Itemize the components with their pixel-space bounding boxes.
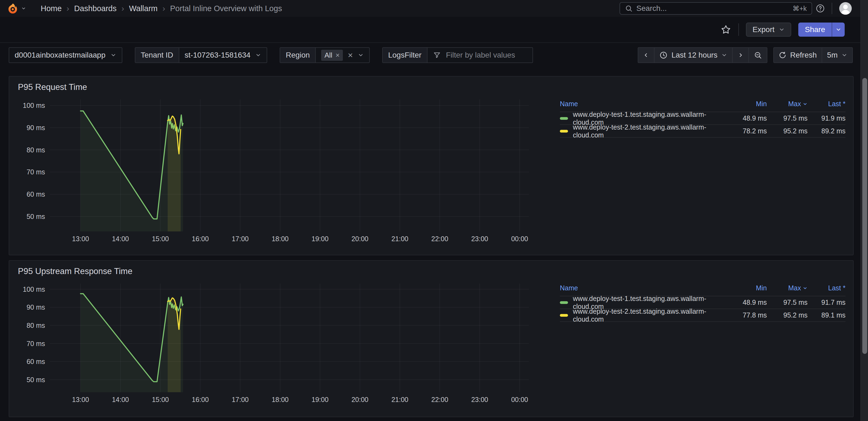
- svg-text:21:00: 21:00: [392, 235, 408, 243]
- dashboard-actions-bar: Export Share: [0, 17, 868, 43]
- legend-row[interactable]: www.deploy-test-2.test.staging.aws.walla…: [560, 125, 845, 138]
- svg-text:16:00: 16:00: [192, 396, 209, 403]
- series-color-swatch[interactable]: [560, 301, 568, 304]
- export-button[interactable]: Export: [746, 23, 791, 37]
- region-chip-all[interactable]: All ×: [321, 50, 343, 61]
- logs-filter-input[interactable]: LogsFilter Filter by label values: [382, 47, 533, 63]
- time-series-chart[interactable]: 50 ms60 ms70 ms80 ms90 ms100 ms13:0014:0…: [14, 95, 533, 248]
- time-series-chart[interactable]: 50 ms60 ms70 ms80 ms90 ms100 ms13:0014:0…: [14, 280, 533, 409]
- series-last-value: 91.7 ms: [807, 299, 845, 306]
- share-menu-button[interactable]: [832, 23, 845, 37]
- help-button[interactable]: [816, 4, 825, 13]
- legend-body: www.deploy-test-1.test.staging.aws.walla…: [560, 112, 845, 138]
- logs-filter-placeholder: Filter by label values: [446, 51, 515, 59]
- series-last-value: 89.2 ms: [807, 127, 845, 135]
- export-label: Export: [752, 25, 774, 34]
- refresh-icon: [779, 51, 786, 59]
- legend-header-min[interactable]: Min: [726, 284, 767, 292]
- svg-text:19:00: 19:00: [312, 396, 329, 403]
- breadcrumb-item[interactable]: Wallarm: [129, 4, 158, 13]
- svg-text:18:00: 18:00: [272, 396, 289, 403]
- series-last-value: 91.9 ms: [807, 114, 845, 122]
- chevron-down-icon: [21, 6, 26, 11]
- panel-title[interactable]: P95 Upstream Response Time: [18, 265, 848, 280]
- refresh-interval-dropdown[interactable]: 5m: [822, 47, 853, 63]
- breadcrumb: Home›Dashboards›Wallarm›Portal Inline Ov…: [41, 4, 282, 13]
- clear-selection-icon[interactable]: ×: [348, 50, 353, 60]
- variable-app-dropdown[interactable]: d0001ainboxatestmailaapp: [9, 47, 122, 63]
- legend-row[interactable]: www.deploy-test-2.test.staging.aws.walla…: [560, 309, 845, 322]
- time-range-label: Last 12 hours: [671, 51, 717, 59]
- grafana-logo-icon: [7, 3, 19, 14]
- svg-text:00:00: 00:00: [511, 396, 528, 403]
- grafana-logo-menu[interactable]: [7, 3, 26, 14]
- refresh-interval-value: 5m: [827, 51, 838, 59]
- time-zoom-out-button[interactable]: [748, 47, 767, 63]
- svg-text:20:00: 20:00: [351, 235, 369, 243]
- legend-header-max[interactable]: Max: [767, 284, 807, 292]
- svg-text:80 ms: 80 ms: [27, 146, 45, 154]
- page-scrollbar[interactable]: [860, 0, 868, 421]
- series-color-swatch[interactable]: [560, 314, 568, 317]
- svg-text:17:00: 17:00: [231, 396, 249, 403]
- chip-remove-icon[interactable]: ×: [336, 51, 340, 59]
- chevron-down-icon: [835, 27, 841, 33]
- series-name[interactable]: www.deploy-test-2.test.staging.aws.walla…: [573, 307, 726, 323]
- legend-table: Name Min Max Last * www.deploy-test-1.te…: [544, 280, 848, 409]
- time-range-picker[interactable]: Last 12 hours: [654, 47, 733, 63]
- chevron-down-icon: [111, 52, 116, 58]
- chevron-down-icon: [841, 52, 847, 58]
- series-color-swatch[interactable]: [560, 130, 568, 133]
- svg-text:90 ms: 90 ms: [27, 303, 45, 311]
- share-button[interactable]: Share: [798, 23, 832, 37]
- legend-header-last[interactable]: Last *: [807, 100, 845, 108]
- time-shift-back-button[interactable]: [638, 47, 654, 63]
- legend-header-max[interactable]: Max: [767, 100, 807, 108]
- chevron-down-icon: [255, 52, 261, 58]
- legend-header-name[interactable]: Name: [560, 284, 726, 292]
- breadcrumb-item[interactable]: Home: [41, 4, 62, 13]
- svg-text:15:00: 15:00: [152, 396, 169, 403]
- divider: [738, 23, 739, 36]
- svg-text:60 ms: 60 ms: [27, 190, 45, 198]
- region-chip-label: All: [324, 51, 332, 59]
- favorite-star-button[interactable]: [720, 24, 731, 35]
- dashboard-grid: P95 Request Time 50 ms60 ms70 ms80 ms90 …: [9, 76, 854, 417]
- user-avatar[interactable]: [839, 2, 852, 15]
- time-shift-forward-button[interactable]: [732, 47, 749, 63]
- variable-tenant-dropdown[interactable]: Tenant ID st-107263-1581634: [135, 47, 268, 63]
- svg-text:00:00: 00:00: [511, 235, 528, 243]
- legend-header-name[interactable]: Name: [560, 100, 726, 108]
- scrollbar-thumb[interactable]: [862, 78, 867, 354]
- series-max-value: 97.5 ms: [767, 299, 807, 306]
- variable-tenant-label: Tenant ID: [135, 48, 179, 62]
- search-placeholder: Search...: [637, 4, 667, 13]
- legend-header-last[interactable]: Last *: [807, 284, 845, 292]
- svg-text:70 ms: 70 ms: [27, 340, 45, 347]
- refresh-label: Refresh: [790, 51, 817, 59]
- svg-text:100 ms: 100 ms: [23, 102, 45, 109]
- svg-text:50 ms: 50 ms: [27, 376, 45, 384]
- top-nav: Home›Dashboards›Wallarm›Portal Inline Ov…: [0, 0, 868, 17]
- refresh-button[interactable]: Refresh: [773, 47, 822, 63]
- panel: P95 Upstream Response Time 50 ms60 ms70 …: [9, 260, 854, 417]
- search-icon: [625, 5, 632, 12]
- panel: P95 Request Time 50 ms60 ms70 ms80 ms90 …: [9, 76, 854, 255]
- legend-header-min[interactable]: Min: [726, 100, 767, 108]
- legend-body: www.deploy-test-1.test.staging.aws.walla…: [560, 296, 845, 322]
- variable-region-dropdown[interactable]: Region All × ×: [280, 47, 370, 63]
- svg-text:70 ms: 70 ms: [27, 168, 45, 176]
- series-max-value: 95.2 ms: [767, 311, 807, 319]
- panel-title[interactable]: P95 Request Time: [18, 82, 848, 95]
- series-name[interactable]: www.deploy-test-2.test.staging.aws.walla…: [573, 123, 726, 139]
- series-color-swatch[interactable]: [560, 117, 568, 120]
- search-input[interactable]: Search... ⌘+k: [620, 2, 812, 15]
- series-max-value: 97.5 ms: [767, 114, 807, 122]
- svg-text:14:00: 14:00: [112, 235, 129, 243]
- svg-text:14:00: 14:00: [112, 396, 129, 403]
- svg-text:23:00: 23:00: [471, 396, 488, 403]
- breadcrumb-item[interactable]: Dashboards: [74, 4, 116, 13]
- share-button-group: Share: [798, 23, 845, 37]
- zoom-out-icon: [754, 51, 762, 59]
- search-shortcut-hint: ⌘+k: [793, 5, 807, 12]
